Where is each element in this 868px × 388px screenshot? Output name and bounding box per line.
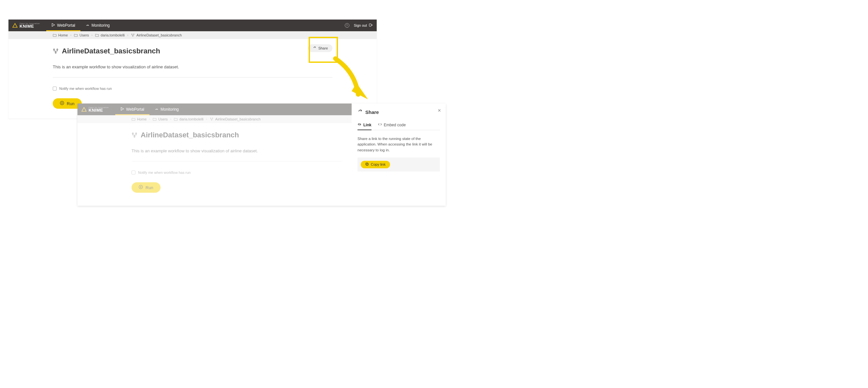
workflow-icon [131,33,135,37]
signout-label: Sign out [354,24,367,27]
copy-icon [365,162,369,167]
share-icon [313,46,316,51]
folder-icon [153,117,157,121]
share-tab-link[interactable]: Link [358,122,371,130]
play-circle-icon [60,101,64,106]
chevron-right-icon: › [170,118,171,121]
svg-point-6 [132,36,133,36]
code-icon [378,122,382,127]
svg-point-21 [134,136,135,137]
page-description: This is an example workflow to show visu… [131,149,342,153]
crumb-label: Home [58,33,68,37]
run-button-label: Run [146,185,153,190]
share-button-label: Share [318,46,328,50]
title-row: AirlineDataset_basicsbranch [131,131,342,139]
crumb-label: Home [137,117,147,121]
notify-row[interactable]: Notify me when workflow has run [131,170,342,174]
svg-point-16 [210,118,211,119]
crumb-label: daria.tombolelli [101,33,125,37]
share-tab-embed-label: Embed code [384,123,406,127]
run-button[interactable]: Run [131,182,160,193]
crumb-users[interactable]: Users [74,33,89,37]
notify-checkbox[interactable] [131,170,135,174]
knime-logo-icon [82,107,87,112]
workflow-icon [53,48,59,54]
svg-marker-13 [82,107,86,111]
svg-point-8 [57,49,58,50]
crumb-label: AirlineDataset_basicsbranch [215,117,260,121]
svg-point-4 [131,34,132,34]
svg-marker-23 [140,186,142,188]
crumb-label: daria.tombolelli [179,117,204,121]
chevron-right-icon: › [127,34,128,37]
top-nav: WebPortal Monitoring [46,20,115,31]
brand-logo: Open for Innovation KNIME [12,23,40,29]
title-row: AirlineDataset_basicsbranch [53,47,333,55]
folder-icon [53,33,57,37]
crumb-home[interactable]: Home [53,33,68,37]
help-icon[interactable]: ? [345,23,349,28]
page-title: AirlineDataset_basicsbranch [141,131,239,139]
notify-label: Notify me when workflow has run [138,170,190,174]
crumb-home[interactable]: Home [131,117,147,121]
copy-link-label: Copy link [371,162,385,166]
signout-icon [369,23,373,28]
nav-webportal[interactable]: WebPortal [115,103,150,115]
divider [131,161,342,161]
svg-point-19 [132,133,133,134]
nav-webportal[interactable]: WebPortal [46,20,81,31]
svg-marker-0 [13,24,17,27]
svg-point-7 [53,49,55,50]
svg-marker-14 [121,107,124,110]
play-icon [52,23,55,28]
share-button[interactable]: Share [308,44,333,52]
gauge-icon [155,107,159,112]
crumb-users[interactable]: Users [153,117,168,121]
folder-icon [174,117,178,121]
chevron-right-icon: › [206,118,207,121]
svg-point-17 [212,118,213,119]
share-panel-title: Share [365,109,379,115]
notify-row[interactable]: Notify me when workflow has run [53,87,333,91]
gauge-icon [86,23,90,28]
share-tabs: Link Embed code [358,122,440,130]
share-tab-embed[interactable]: Embed code [378,122,406,130]
nav-monitoring[interactable]: Monitoring [150,103,184,115]
link-icon [358,122,362,127]
chevron-right-icon: › [70,34,71,37]
detail-window: Open for Innovation KNIME WebPortal Moni… [78,103,446,206]
workflow-icon [131,132,137,138]
top-header: Open for Innovation KNIME WebPortal Moni… [8,20,377,31]
divider [53,77,333,77]
nav-webportal-label: WebPortal [126,107,144,111]
signout-link[interactable]: Sign out [354,23,373,28]
crumb-user[interactable]: daria.tombolelli [174,117,204,121]
breadcrumb: Home › Users › daria.tombolelli › Airlin… [78,115,352,123]
play-icon [121,107,124,111]
svg-point-18 [211,120,212,121]
crumb-label: Users [80,33,89,37]
copy-link-button[interactable]: Copy link [361,161,390,168]
brand-name: KNIME [20,24,34,29]
nav-monitoring[interactable]: Monitoring [81,20,115,31]
close-icon[interactable]: ✕ [438,108,441,113]
crumb-label: AirlineDataset_basicsbranch [136,33,182,37]
crumb-user[interactable]: daria.tombolelli [95,33,125,37]
knime-logo-icon [12,23,18,28]
chevron-right-icon: › [92,34,92,37]
crumb-workflow[interactable]: AirlineDataset_basicsbranch [131,33,182,37]
crumb-workflow[interactable]: AirlineDataset_basicsbranch [210,117,260,121]
crumb-label: Users [158,117,168,121]
folder-icon [74,33,78,37]
svg-point-5 [133,34,134,34]
page-content: AirlineDataset_basicsbranch This is an e… [78,123,352,206]
svg-point-20 [135,133,137,134]
share-panel-header: Share [358,109,440,115]
brand-logo: Open for Innovation KNIME [82,106,109,112]
nav-webportal-label: WebPortal [57,23,75,28]
nav-monitoring-label: Monitoring [160,107,179,111]
notify-checkbox[interactable] [53,87,57,91]
share-icon [358,109,363,115]
share-tab-link-label: Link [363,123,371,127]
svg-rect-3 [369,24,371,26]
